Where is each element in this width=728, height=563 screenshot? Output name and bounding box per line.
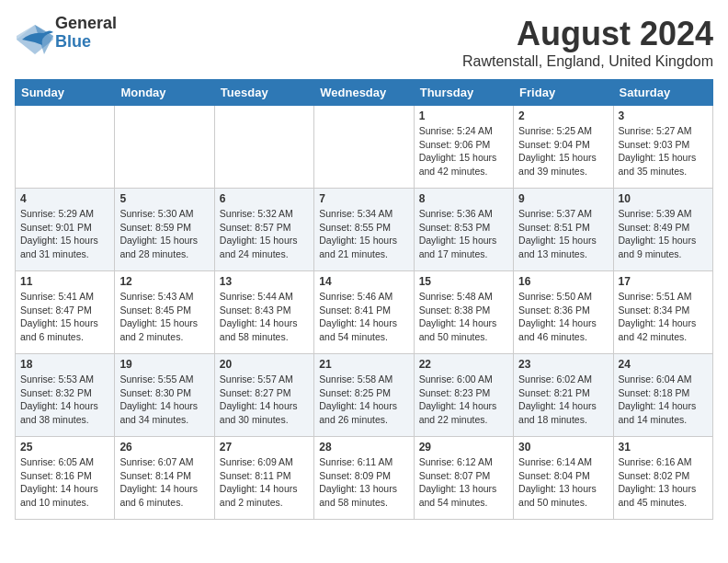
cell-details: Sunrise: 5:46 AMSunset: 8:41 PMDaylight:… bbox=[319, 290, 408, 344]
day-number: 26 bbox=[119, 441, 209, 454]
col-tuesday: Tuesday bbox=[214, 80, 313, 106]
table-row: 25Sunrise: 6:05 AMSunset: 8:16 PMDayligh… bbox=[16, 437, 115, 520]
day-number: 8 bbox=[419, 192, 508, 205]
cell-details: Sunrise: 5:27 AMSunset: 9:03 PMDaylight:… bbox=[619, 124, 708, 178]
cell-details: Sunrise: 5:58 AMSunset: 8:25 PMDaylight:… bbox=[319, 373, 408, 427]
table-row: 12Sunrise: 5:43 AMSunset: 8:45 PMDayligh… bbox=[115, 271, 214, 354]
day-number: 30 bbox=[518, 441, 608, 454]
page-title: August 2024 bbox=[462, 15, 713, 53]
cell-details: Sunrise: 5:32 AMSunset: 8:57 PMDaylight:… bbox=[220, 207, 309, 261]
table-row: 3Sunrise: 5:27 AMSunset: 9:03 PMDaylight… bbox=[613, 106, 712, 189]
table-row: 4Sunrise: 5:29 AMSunset: 9:01 PMDaylight… bbox=[16, 189, 115, 271]
page-subtitle: Rawtenstall, England, United Kingdom bbox=[462, 53, 713, 70]
table-row: 23Sunrise: 6:02 AMSunset: 8:21 PMDayligh… bbox=[514, 354, 613, 437]
table-row: 9Sunrise: 5:37 AMSunset: 8:51 PMDaylight… bbox=[514, 189, 613, 271]
day-number: 23 bbox=[518, 358, 608, 371]
table-row: 21Sunrise: 5:58 AMSunset: 8:25 PMDayligh… bbox=[314, 354, 414, 437]
day-number: 28 bbox=[319, 441, 408, 454]
page-header: General Blue August 2024 Rawtenstall, En… bbox=[15, 15, 713, 70]
col-thursday: Thursday bbox=[414, 80, 513, 106]
cell-details: Sunrise: 5:41 AMSunset: 8:47 PMDaylight:… bbox=[20, 290, 109, 344]
day-number: 9 bbox=[518, 192, 608, 205]
day-number: 25 bbox=[20, 441, 109, 454]
day-number: 21 bbox=[319, 358, 408, 371]
table-row: 27Sunrise: 6:09 AMSunset: 8:11 PMDayligh… bbox=[214, 437, 313, 520]
table-row bbox=[214, 106, 313, 189]
table-row: 28Sunrise: 6:11 AMSunset: 8:09 PMDayligh… bbox=[314, 437, 414, 520]
cell-details: Sunrise: 6:04 AMSunset: 8:18 PMDaylight:… bbox=[619, 373, 708, 427]
day-number: 1 bbox=[419, 109, 508, 122]
cell-details: Sunrise: 5:43 AMSunset: 8:45 PMDaylight:… bbox=[119, 290, 209, 344]
cell-details: Sunrise: 6:14 AMSunset: 8:04 PMDaylight:… bbox=[518, 455, 608, 510]
cell-details: Sunrise: 5:50 AMSunset: 8:36 PMDaylight:… bbox=[518, 290, 608, 344]
cell-details: Sunrise: 5:36 AMSunset: 8:53 PMDaylight:… bbox=[419, 207, 508, 261]
table-row: 5Sunrise: 5:30 AMSunset: 8:59 PMDaylight… bbox=[115, 189, 214, 271]
day-number: 7 bbox=[319, 192, 408, 205]
day-number: 6 bbox=[220, 192, 309, 205]
table-row bbox=[115, 106, 214, 189]
col-monday: Monday bbox=[115, 80, 214, 106]
table-row: 10Sunrise: 5:39 AMSunset: 8:49 PMDayligh… bbox=[613, 189, 712, 271]
title-section: August 2024 Rawtenstall, England, United… bbox=[462, 15, 713, 70]
calendar-week-row: 18Sunrise: 5:53 AMSunset: 8:32 PMDayligh… bbox=[16, 354, 713, 437]
cell-details: Sunrise: 5:48 AMSunset: 8:38 PMDaylight:… bbox=[419, 290, 508, 344]
cell-details: Sunrise: 5:37 AMSunset: 8:51 PMDaylight:… bbox=[518, 207, 608, 261]
table-row: 19Sunrise: 5:55 AMSunset: 8:30 PMDayligh… bbox=[115, 354, 214, 437]
table-row bbox=[16, 106, 115, 189]
calendar-week-row: 4Sunrise: 5:29 AMSunset: 9:01 PMDaylight… bbox=[16, 189, 713, 271]
logo: General Blue bbox=[15, 15, 117, 52]
cell-details: Sunrise: 6:09 AMSunset: 8:11 PMDaylight:… bbox=[220, 455, 309, 510]
day-number: 17 bbox=[619, 275, 708, 288]
table-row: 17Sunrise: 5:51 AMSunset: 8:34 PMDayligh… bbox=[613, 271, 712, 354]
day-number: 27 bbox=[220, 441, 309, 454]
cell-details: Sunrise: 5:44 AMSunset: 8:43 PMDaylight:… bbox=[220, 290, 309, 344]
day-number: 11 bbox=[20, 275, 109, 288]
table-row: 1Sunrise: 5:24 AMSunset: 9:06 PMDaylight… bbox=[414, 106, 513, 189]
day-number: 16 bbox=[518, 275, 608, 288]
cell-details: Sunrise: 6:02 AMSunset: 8:21 PMDaylight:… bbox=[518, 373, 608, 427]
calendar-week-row: 11Sunrise: 5:41 AMSunset: 8:47 PMDayligh… bbox=[16, 271, 713, 354]
day-number: 15 bbox=[419, 275, 508, 288]
table-row: 29Sunrise: 6:12 AMSunset: 8:07 PMDayligh… bbox=[414, 437, 513, 520]
table-row: 20Sunrise: 5:57 AMSunset: 8:27 PMDayligh… bbox=[214, 354, 313, 437]
cell-details: Sunrise: 6:07 AMSunset: 8:14 PMDaylight:… bbox=[119, 455, 209, 510]
day-number: 20 bbox=[220, 358, 309, 371]
cell-details: Sunrise: 6:11 AMSunset: 8:09 PMDaylight:… bbox=[319, 455, 408, 510]
table-row: 30Sunrise: 6:14 AMSunset: 8:04 PMDayligh… bbox=[514, 437, 613, 520]
table-row: 8Sunrise: 5:36 AMSunset: 8:53 PMDaylight… bbox=[414, 189, 513, 271]
table-row: 14Sunrise: 5:46 AMSunset: 8:41 PMDayligh… bbox=[314, 271, 414, 354]
day-number: 24 bbox=[619, 358, 708, 371]
day-number: 29 bbox=[419, 441, 508, 454]
day-number: 22 bbox=[419, 358, 508, 371]
day-number: 18 bbox=[20, 358, 109, 371]
day-number: 3 bbox=[619, 109, 708, 122]
cell-details: Sunrise: 5:30 AMSunset: 8:59 PMDaylight:… bbox=[119, 207, 209, 261]
table-row: 24Sunrise: 6:04 AMSunset: 8:18 PMDayligh… bbox=[613, 354, 712, 437]
cell-details: Sunrise: 5:51 AMSunset: 8:34 PMDaylight:… bbox=[619, 290, 708, 344]
table-row: 15Sunrise: 5:48 AMSunset: 8:38 PMDayligh… bbox=[414, 271, 513, 354]
day-number: 2 bbox=[518, 109, 608, 122]
day-number: 31 bbox=[619, 441, 708, 454]
day-number: 10 bbox=[619, 192, 708, 205]
cell-details: Sunrise: 6:12 AMSunset: 8:07 PMDaylight:… bbox=[419, 455, 508, 510]
table-row: 16Sunrise: 5:50 AMSunset: 8:36 PMDayligh… bbox=[514, 271, 613, 354]
table-row: 7Sunrise: 5:34 AMSunset: 8:55 PMDaylight… bbox=[314, 189, 414, 271]
table-row: 22Sunrise: 6:00 AMSunset: 8:23 PMDayligh… bbox=[414, 354, 513, 437]
table-row bbox=[314, 106, 414, 189]
calendar-week-row: 25Sunrise: 6:05 AMSunset: 8:16 PMDayligh… bbox=[16, 437, 713, 520]
cell-details: Sunrise: 5:25 AMSunset: 9:04 PMDaylight:… bbox=[518, 124, 608, 178]
cell-details: Sunrise: 5:55 AMSunset: 8:30 PMDaylight:… bbox=[119, 373, 209, 427]
day-number: 14 bbox=[319, 275, 408, 288]
table-row: 11Sunrise: 5:41 AMSunset: 8:47 PMDayligh… bbox=[16, 271, 115, 354]
cell-details: Sunrise: 5:39 AMSunset: 8:49 PMDaylight:… bbox=[619, 207, 708, 261]
col-sunday: Sunday bbox=[16, 80, 115, 106]
day-number: 19 bbox=[119, 358, 209, 371]
day-number: 4 bbox=[20, 192, 109, 205]
cell-details: Sunrise: 6:00 AMSunset: 8:23 PMDaylight:… bbox=[419, 373, 508, 427]
cell-details: Sunrise: 5:53 AMSunset: 8:32 PMDaylight:… bbox=[20, 373, 109, 427]
calendar-header-row: Sunday Monday Tuesday Wednesday Thursday… bbox=[16, 80, 713, 106]
day-number: 12 bbox=[119, 275, 209, 288]
calendar-table: Sunday Monday Tuesday Wednesday Thursday… bbox=[15, 79, 713, 520]
cell-details: Sunrise: 5:34 AMSunset: 8:55 PMDaylight:… bbox=[319, 207, 408, 261]
cell-details: Sunrise: 5:57 AMSunset: 8:27 PMDaylight:… bbox=[220, 373, 309, 427]
